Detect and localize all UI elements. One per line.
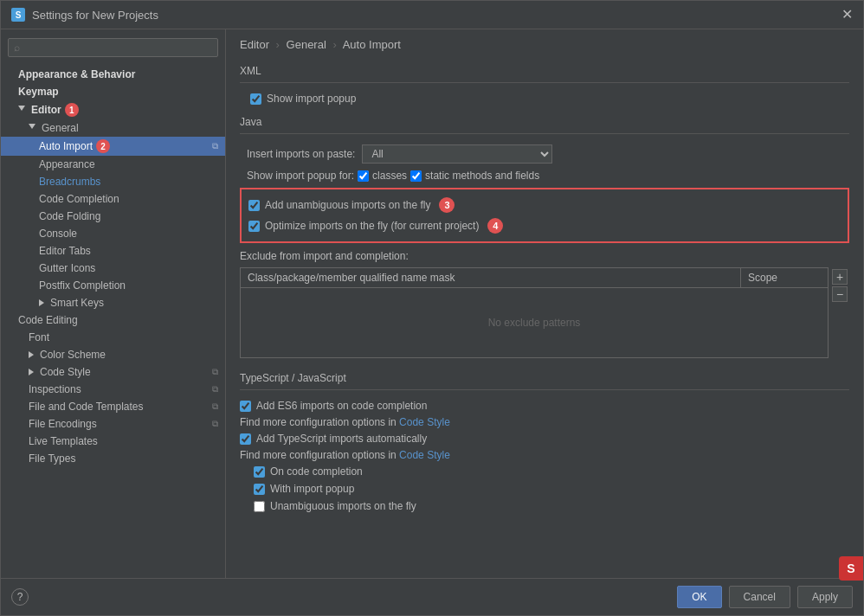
es6-imports-checkbox[interactable] xyxy=(240,401,251,412)
main-content: Appearance & Behavior Keymap Editor 1 Ge… xyxy=(1,29,863,578)
show-import-popup-row: Show import popup xyxy=(240,90,849,107)
with-import-popup-label: With import popup xyxy=(270,483,354,495)
breadcrumb-editor: Editor xyxy=(240,38,269,51)
exclude-table: Class/package/member qualified name mask… xyxy=(240,267,829,358)
sidebar-item-file-code-templates[interactable]: File and Code Templates ⧉ xyxy=(1,398,225,415)
show-import-for-label: Show import popup for: xyxy=(247,170,354,182)
add-unambiguous-checkbox[interactable] xyxy=(248,200,260,211)
es6-imports-label: Add ES6 imports on code completion xyxy=(256,400,427,412)
table-header: Class/package/member qualified name mask… xyxy=(241,268,828,288)
xml-section: XML Show import popup xyxy=(240,65,849,107)
sidebar-label: Appearance & Behavior xyxy=(18,68,135,80)
exclude-table-wrapper: Class/package/member qualified name mask… xyxy=(240,267,849,358)
code-style-link-2[interactable]: Code Style xyxy=(399,449,450,461)
sidebar-item-editor[interactable]: Editor 1 xyxy=(1,100,225,119)
sidebar-item-breadcrumbs[interactable]: Breadcrumbs xyxy=(1,173,225,190)
on-code-completion-checkbox[interactable] xyxy=(254,466,265,478)
sidebar-item-code-folding[interactable]: Code Folding xyxy=(1,208,225,225)
sidebar-item-postfix-completion[interactable]: Postfix Completion xyxy=(1,277,225,294)
copy-icon: ⧉ xyxy=(212,419,218,429)
expand-icon xyxy=(29,124,35,132)
sidebar-label: Live Templates xyxy=(29,435,98,447)
sidebar-item-live-templates[interactable]: Live Templates xyxy=(1,433,225,450)
sidebar-item-auto-import[interactable]: Auto Import 2 ⧉ xyxy=(1,137,225,156)
sidebar-label: Keymap xyxy=(18,86,59,98)
unambiguous-fly-checkbox[interactable] xyxy=(254,501,265,512)
show-import-popup-checkbox[interactable] xyxy=(250,93,261,105)
copy-icon: ⧉ xyxy=(212,141,218,151)
insert-imports-dropdown[interactable]: All Ask None xyxy=(362,144,552,164)
add-exclude-button[interactable]: + xyxy=(832,269,848,285)
show-import-popup-for-row: Show import popup for: classes static me… xyxy=(240,167,849,184)
xml-section-title: XML xyxy=(240,65,849,77)
auto-import-badge: 2 xyxy=(96,139,110,153)
empty-text: No exclude patterns xyxy=(488,317,581,329)
sidebar-item-color-scheme[interactable]: Color Scheme xyxy=(1,346,225,363)
sidebar-label: Inspections xyxy=(29,383,81,395)
editor-badge: 1 xyxy=(65,103,79,117)
remove-exclude-button[interactable]: − xyxy=(832,286,848,302)
sidebar-label: Code Editing xyxy=(18,314,78,326)
optimize-imports-row: Optimize imports on the fly (for current… xyxy=(248,215,841,236)
sidebar-label: General xyxy=(42,122,79,134)
sidebar-label: Smart Keys xyxy=(50,297,104,309)
sidebar-item-smart-keys[interactable]: Smart Keys xyxy=(1,294,225,311)
sidebar-label: Auto Import xyxy=(39,140,93,152)
expand-icon xyxy=(39,299,44,306)
help-button[interactable]: ? xyxy=(11,588,29,606)
table-side-buttons: + − xyxy=(830,267,849,358)
sidebar-item-code-editing[interactable]: Code Editing xyxy=(1,311,225,329)
with-import-popup-row: With import popup xyxy=(254,480,849,497)
cancel-button[interactable]: Cancel xyxy=(729,586,790,608)
highlighted-import-options: Add unambiguous imports on the fly 3 Opt… xyxy=(240,188,849,243)
copy-icon: ⧉ xyxy=(212,384,218,395)
sidebar-item-editor-tabs[interactable]: Editor Tabs xyxy=(1,242,225,260)
sidebar-item-appearance-behavior[interactable]: Appearance & Behavior xyxy=(1,66,225,83)
ts-imports-row: Add TypeScript imports automatically xyxy=(240,430,849,447)
sidebar-item-general[interactable]: General xyxy=(1,119,225,137)
sidebar-item-font[interactable]: Font xyxy=(1,329,225,346)
sidebar-label: Editor xyxy=(31,104,61,116)
action-buttons: OK Cancel Apply xyxy=(677,586,853,608)
ts-imports-checkbox[interactable] xyxy=(240,433,251,445)
main-panel: Editor › General › Auto Import XML Show … xyxy=(226,29,863,578)
sidebar-label: Editor Tabs xyxy=(39,245,91,257)
sidebar-item-code-style[interactable]: Code Style ⧉ xyxy=(1,363,225,381)
es6-imports-row: Add ES6 imports on code completion xyxy=(240,397,849,414)
sidebar-item-appearance[interactable]: Appearance xyxy=(1,156,225,173)
sidebar-label: Postfix Completion xyxy=(39,279,126,292)
copy-icon: ⧉ xyxy=(212,367,218,377)
static-methods-label: static methods and fields xyxy=(425,170,539,182)
insert-imports-row: Insert imports on paste: All Ask None xyxy=(240,141,849,167)
add-unambiguous-row: Add unambiguous imports on the fly 3 xyxy=(248,195,841,215)
close-button[interactable]: ✕ xyxy=(841,9,853,21)
sidebar-label: Code Completion xyxy=(39,193,119,205)
sidebar-item-keymap[interactable]: Keymap xyxy=(1,83,225,100)
static-methods-checkbox[interactable] xyxy=(410,170,422,182)
optimize-imports-checkbox[interactable] xyxy=(248,221,260,232)
ok-button[interactable]: OK xyxy=(677,586,721,608)
sidebar-item-file-encodings[interactable]: File Encodings ⧉ xyxy=(1,415,225,433)
search-input[interactable] xyxy=(8,38,218,57)
breadcrumb: Editor › General › Auto Import xyxy=(226,29,863,58)
sidebar-item-gutter-icons[interactable]: Gutter Icons xyxy=(1,260,225,277)
classes-checkbox[interactable] xyxy=(358,170,369,182)
with-import-popup-checkbox[interactable] xyxy=(254,484,265,495)
expand-icon xyxy=(29,351,34,358)
sidebar-item-inspections[interactable]: Inspections ⧉ xyxy=(1,381,225,398)
table-empty-state: No exclude patterns xyxy=(241,288,828,357)
classes-label: classes xyxy=(372,170,407,182)
sidebar-item-code-completion[interactable]: Code Completion xyxy=(1,190,225,208)
sidebar-item-console[interactable]: Console xyxy=(1,225,225,242)
java-section-title: Java xyxy=(240,116,849,128)
apply-button[interactable]: Apply xyxy=(797,586,853,608)
optimize-imports-label: Optimize imports on the fly (for current… xyxy=(265,220,479,232)
sidebar-item-file-types[interactable]: File Types xyxy=(1,450,225,467)
code-style-link-1[interactable]: Code Style xyxy=(399,416,450,428)
sw-icon: S xyxy=(839,556,863,581)
title-bar: S Settings for New Projects ✕ xyxy=(1,1,863,29)
add-unambiguous-label: Add unambiguous imports on the fly xyxy=(265,199,430,211)
on-code-completion-label: On code completion xyxy=(270,465,363,478)
exclude-section: Exclude from import and completion: Clas… xyxy=(240,250,849,358)
unambiguous-fly-row: Unambiguous imports on the fly xyxy=(254,497,849,515)
